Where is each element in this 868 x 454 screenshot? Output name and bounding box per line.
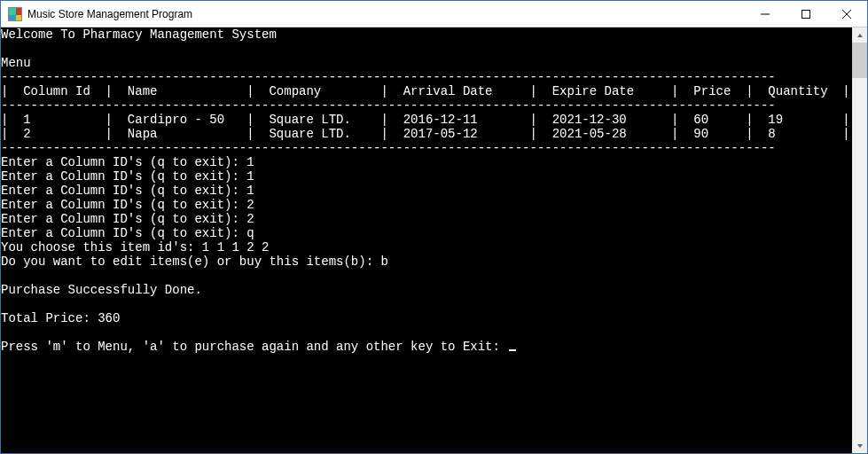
prompt-line: Enter a Column ID's (q to exit): q: [1, 226, 254, 240]
table-dash: ----------------------------------------…: [1, 70, 776, 84]
prompt-line: Enter a Column ID's (q to exit): 1: [1, 169, 254, 184]
close-button[interactable]: [826, 1, 867, 27]
table-row: | 2 | Napa | Square LTD. | 2017-05-12 | …: [1, 127, 850, 141]
table-header: | Column Id | Name | Company | Arrival D…: [1, 84, 850, 98]
nav-prompt: Press 'm' to Menu, 'a' to purchase again…: [1, 340, 507, 354]
edit-or-buy-line: Do you want to edit items(e) or buy this…: [1, 254, 388, 269]
minimize-icon: [761, 10, 770, 19]
menu-label: Menu: [1, 56, 31, 70]
window-title: Music Store Management Program: [27, 8, 745, 20]
prompt-line: Enter a Column ID's (q to exit): 1: [1, 184, 254, 198]
vertical-scrollbar[interactable]: [852, 27, 867, 453]
svg-rect-1: [802, 10, 810, 18]
prompt-line: Enter a Column ID's (q to exit): 2: [1, 212, 254, 226]
prompt-line: Enter a Column ID's (q to exit): 1: [1, 155, 254, 169]
minimize-button[interactable]: [745, 1, 786, 27]
titlebar: Music Store Management Program: [1, 1, 867, 27]
table-dash: ----------------------------------------…: [1, 98, 776, 113]
chevron-up-icon: [856, 32, 864, 39]
app-icon: [8, 7, 22, 21]
scroll-thumb[interactable]: [852, 43, 867, 78]
window-controls: [745, 1, 867, 27]
close-icon: [842, 10, 851, 19]
prompt-line: Enter a Column ID's (q to exit): 2: [1, 198, 254, 212]
maximize-icon: [802, 10, 810, 19]
cursor: [509, 349, 516, 351]
chosen-line: You choose this item id's: 1 1 1 2 2: [1, 240, 269, 254]
table-dash: ----------------------------------------…: [1, 141, 776, 155]
svg-marker-4: [857, 34, 863, 37]
client-area: Welcome To Pharmacy Management System Me…: [1, 27, 867, 453]
svg-marker-5: [857, 444, 863, 448]
maximize-button[interactable]: [786, 1, 826, 27]
scroll-track[interactable]: [852, 43, 867, 438]
app-window: Music Store Management Program Welcome T…: [0, 0, 868, 454]
scroll-up-button[interactable]: [852, 27, 867, 43]
scroll-down-button[interactable]: [852, 438, 867, 453]
welcome-line: Welcome To Pharmacy Management System: [1, 27, 277, 42]
table-row: | 1 | Cardipro - 50 | Square LTD. | 2016…: [1, 113, 850, 127]
total-line: Total Price: 360: [1, 311, 120, 325]
chevron-down-icon: [856, 442, 864, 450]
success-line: Purchase Successfully Done.: [1, 283, 202, 297]
console-output[interactable]: Welcome To Pharmacy Management System Me…: [1, 27, 852, 453]
